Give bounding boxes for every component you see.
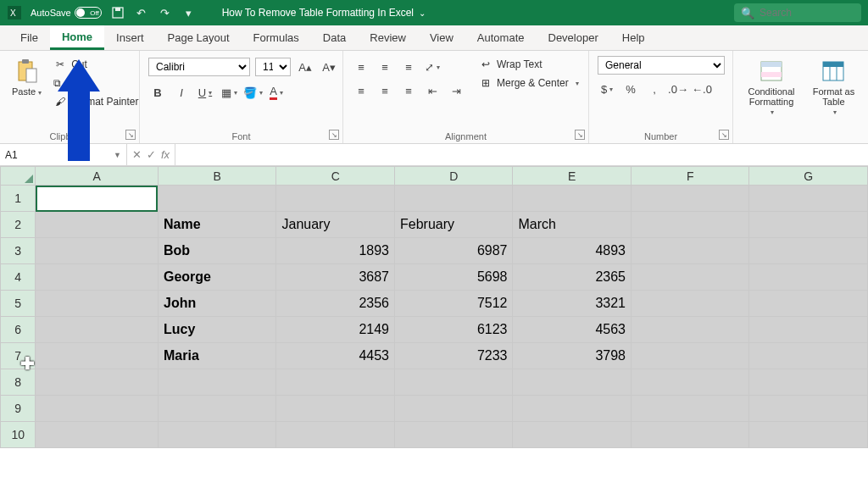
orientation-icon[interactable]: ⤢ (423, 58, 442, 76)
autosave-toggle[interactable]: AutoSave Off (31, 7, 102, 19)
cell[interactable] (749, 369, 868, 396)
tab-help[interactable]: Help (610, 25, 657, 50)
cell[interactable] (36, 369, 159, 396)
cell[interactable] (631, 343, 749, 369)
font-size-select[interactable]: 11 (255, 58, 291, 76)
col-header[interactable]: C (276, 167, 395, 186)
cell[interactable]: January (276, 212, 395, 238)
cell[interactable] (513, 369, 632, 396)
cell[interactable] (158, 186, 276, 212)
bold-button[interactable]: B (148, 83, 167, 102)
merge-center-button[interactable]: ⊞Merge & Center (477, 75, 581, 92)
font-color-icon[interactable]: A (267, 83, 286, 102)
align-right-icon[interactable]: ≡ (399, 81, 418, 100)
toggle-off-icon[interactable]: Off (75, 7, 102, 19)
cell[interactable] (749, 343, 868, 369)
col-header[interactable]: A (36, 167, 159, 186)
row-header[interactable]: 1 (1, 186, 36, 212)
conditional-formatting-button[interactable]: Conditional Formatting (742, 56, 801, 118)
cell[interactable]: 7512 (394, 291, 513, 317)
cell[interactable] (276, 422, 395, 448)
number-format-select[interactable]: General (598, 56, 725, 75)
col-header[interactable]: D (394, 167, 513, 186)
save-icon[interactable] (110, 5, 125, 20)
cell[interactable] (749, 264, 868, 291)
cell[interactable] (631, 396, 749, 422)
cell[interactable]: 5698 (394, 264, 513, 291)
italic-button[interactable]: I (172, 83, 191, 102)
redo-icon[interactable]: ↷ (158, 5, 173, 20)
row-header[interactable]: 10 (1, 422, 36, 448)
row-header[interactable]: 2 (1, 212, 36, 238)
col-header[interactable]: F (631, 167, 749, 186)
cell[interactable] (394, 186, 513, 212)
cell[interactable] (36, 291, 159, 317)
cell[interactable] (36, 343, 159, 369)
cell[interactable] (631, 264, 749, 291)
cell[interactable] (36, 212, 159, 238)
cell[interactable]: Name (158, 212, 276, 238)
search-input[interactable] (760, 7, 854, 19)
align-bottom-icon[interactable]: ≡ (399, 58, 418, 76)
cell[interactable] (513, 396, 632, 422)
cancel-formula-icon[interactable]: ✕ (132, 148, 142, 161)
cell[interactable] (36, 396, 159, 422)
cell[interactable]: Maria (158, 343, 276, 369)
wrap-text-button[interactable]: ↩Wrap Text (477, 56, 581, 73)
increase-font-icon[interactable]: A▴ (296, 58, 314, 76)
cell[interactable] (631, 317, 749, 343)
cell[interactable] (749, 238, 868, 264)
format-painter-button[interactable]: 🖌Format Painter (52, 93, 140, 110)
tab-file[interactable]: File (8, 25, 50, 50)
fx-icon[interactable]: fx (161, 148, 170, 161)
cell[interactable]: 3687 (276, 264, 395, 291)
cell[interactable] (276, 186, 395, 212)
cell[interactable] (276, 396, 395, 422)
decrease-decimal-icon[interactable]: ←.0 (693, 80, 711, 98)
align-middle-icon[interactable]: ≡ (376, 58, 394, 76)
tab-automate[interactable]: Automate (465, 25, 537, 50)
cell[interactable]: 6987 (394, 238, 513, 264)
cell[interactable]: 7233 (394, 343, 513, 369)
cell[interactable]: 6123 (394, 317, 513, 343)
align-left-icon[interactable]: ≡ (352, 81, 370, 100)
cell[interactable]: 1893 (276, 238, 395, 264)
increase-decimal-icon[interactable]: .0→ (669, 80, 687, 98)
cell[interactable] (36, 264, 159, 291)
row-header[interactable]: 4 (1, 264, 36, 291)
cell[interactable] (749, 212, 868, 238)
cell[interactable] (394, 369, 513, 396)
tab-home[interactable]: Home (50, 25, 104, 50)
decrease-indent-icon[interactable]: ⇤ (423, 81, 442, 100)
dialog-launcher-icon[interactable]: ↘ (125, 130, 136, 140)
tab-formulas[interactable]: Formulas (242, 25, 311, 50)
undo-icon[interactable]: ↶ (134, 5, 149, 20)
tab-page-layout[interactable]: Page Layout (156, 25, 242, 50)
col-header[interactable]: G (749, 167, 868, 186)
cell[interactable] (749, 396, 868, 422)
cell[interactable]: John (158, 291, 276, 317)
select-all-button[interactable] (1, 167, 36, 186)
chevron-down-icon[interactable]: ▼ (114, 151, 121, 159)
search-box[interactable]: 🔍 (734, 3, 861, 22)
cell[interactable] (631, 291, 749, 317)
dialog-launcher-icon[interactable]: ↘ (719, 130, 729, 140)
enter-formula-icon[interactable]: ✓ (147, 148, 156, 161)
align-top-icon[interactable]: ≡ (352, 58, 370, 76)
format-as-table-button[interactable]: Format as Table (808, 56, 860, 118)
cell[interactable] (158, 396, 276, 422)
cell[interactable]: February (394, 212, 513, 238)
col-header[interactable]: E (513, 167, 632, 186)
comma-format-icon[interactable]: , (645, 80, 664, 98)
accounting-format-icon[interactable]: $ (598, 80, 616, 98)
cell[interactable]: 4453 (276, 343, 395, 369)
align-center-icon[interactable]: ≡ (376, 81, 394, 100)
cell[interactable] (749, 317, 868, 343)
cell[interactable]: 4893 (513, 238, 632, 264)
col-header[interactable]: B (158, 167, 276, 186)
cell[interactable]: 2356 (276, 291, 395, 317)
cell[interactable] (394, 422, 513, 448)
cell[interactable] (36, 238, 159, 264)
borders-icon[interactable]: ▦ (220, 83, 238, 102)
dialog-launcher-icon[interactable]: ↘ (575, 130, 585, 140)
